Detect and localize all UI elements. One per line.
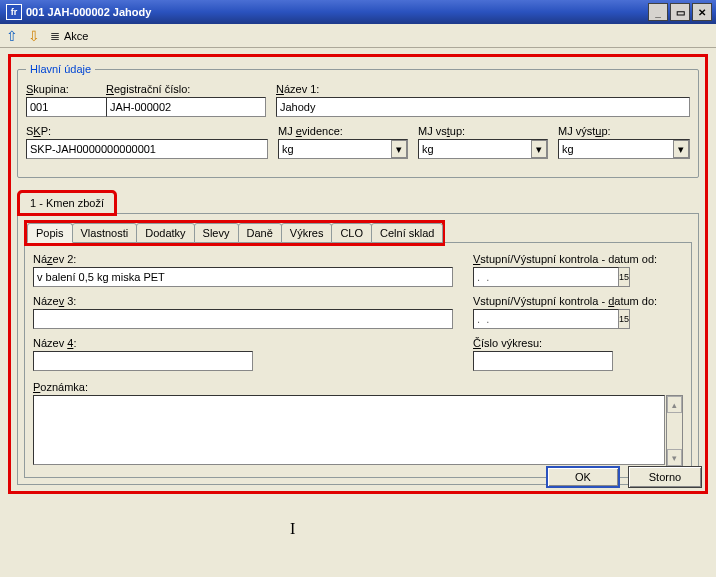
group-title: Hlavní údaje: [26, 63, 95, 75]
chevron-down-icon[interactable]: ▾: [673, 140, 689, 158]
subtab-content-popis: Název 2: Název 3: Název 4:: [24, 242, 692, 478]
chevron-down-icon[interactable]: ▾: [531, 140, 547, 158]
label-nazev1: Název 1:: [276, 83, 690, 95]
select-mj-evidence-value: kg: [282, 143, 294, 155]
select-mj-vystup[interactable]: kg ▾: [558, 139, 690, 159]
subtab-dane[interactable]: Daně: [238, 223, 282, 243]
subtabs: Popis Vlastnosti Dodatky Slevy Daně Výkr…: [27, 223, 442, 243]
highlighted-main-area: Hlavní údaje Skupina: ⋯ Registrační čísl…: [8, 54, 708, 494]
calendar-icon[interactable]: 15: [619, 309, 630, 329]
akce-icon: ≣: [50, 29, 60, 43]
titlebar: fr 001 JAH-000002 Jahody _ ▭ ✕: [0, 0, 716, 24]
group-hlavni-udaje: Hlavní údaje Skupina: ⋯ Registrační čísl…: [17, 63, 699, 178]
akce-menu[interactable]: ≣ Akce: [50, 29, 88, 43]
label-skupina: Skupina:: [26, 83, 96, 95]
input-nazev3[interactable]: [33, 309, 453, 329]
input-nazev4[interactable]: [33, 351, 253, 371]
nav-down-icon[interactable]: ⇩: [28, 28, 40, 44]
label-nazev2: Název 2:: [33, 253, 453, 265]
scrollbar-vertical[interactable]: ▴ ▾: [666, 395, 683, 467]
label-skp: SKP:: [26, 125, 268, 137]
subtab-dodatky[interactable]: Dodatky: [136, 223, 194, 243]
select-mj-vstup-value: kg: [422, 143, 434, 155]
storno-button[interactable]: Storno: [628, 466, 702, 488]
textarea-poznamka[interactable]: [33, 395, 665, 465]
scroll-down-icon[interactable]: ▾: [667, 449, 682, 466]
subtab-popis[interactable]: Popis: [27, 223, 73, 243]
label-kontrola-od: Vstupní/Výstupní kontrola - datum od:: [473, 253, 683, 265]
scroll-up-icon[interactable]: ▴: [667, 396, 682, 413]
text-cursor-icon: I: [290, 520, 295, 538]
chevron-down-icon[interactable]: ▾: [391, 140, 407, 158]
toolbar: ⇧ ⇩ ≣ Akce: [0, 24, 716, 48]
window-title: 001 JAH-000002 Jahody: [26, 6, 648, 18]
akce-label: Akce: [64, 30, 88, 42]
select-mj-vystup-value: kg: [562, 143, 574, 155]
label-nazev3: Název 3:: [33, 295, 453, 307]
input-kontrola-do[interactable]: [473, 309, 619, 329]
input-kontrola-od[interactable]: [473, 267, 619, 287]
select-mj-vstup[interactable]: kg ▾: [418, 139, 548, 159]
nav-up-icon[interactable]: ⇧: [6, 28, 18, 44]
ok-button[interactable]: OK: [546, 466, 620, 488]
input-regcislo[interactable]: [106, 97, 266, 117]
input-cislo-vykresu[interactable]: [473, 351, 613, 371]
minimize-button[interactable]: _: [648, 3, 668, 21]
label-mj-vystup: MJ výstup:: [558, 125, 690, 137]
calendar-icon[interactable]: 15: [619, 267, 630, 287]
label-cislo-vykresu: Číslo výkresu:: [473, 337, 683, 349]
tab-kmen-zbozi[interactable]: 1 - Kmen zboží: [19, 192, 115, 214]
highlighted-subtabs: Popis Vlastnosti Dodatky Slevy Daně Výkr…: [24, 220, 445, 246]
label-poznamka: Poznámka:: [33, 381, 683, 393]
input-skp[interactable]: [26, 139, 268, 159]
label-kontrola-do: Vstupní/Výstupní kontrola - datum do:: [473, 295, 683, 307]
label-nazev4: Název 4:: [33, 337, 453, 349]
close-button[interactable]: ✕: [692, 3, 712, 21]
subtab-celni-sklad[interactable]: Celní sklad: [371, 223, 443, 243]
label-mj-evidence: MJ evidence:: [278, 125, 408, 137]
input-nazev2[interactable]: [33, 267, 453, 287]
subtab-clo[interactable]: CLO: [331, 223, 372, 243]
subtab-slevy[interactable]: Slevy: [194, 223, 239, 243]
subtab-vykres[interactable]: Výkres: [281, 223, 333, 243]
section-body: Popis Vlastnosti Dodatky Slevy Daně Výkr…: [17, 213, 699, 485]
restore-button[interactable]: ▭: [670, 3, 690, 21]
tab-kmen-zbozi-label: 1 - Kmen zboží: [30, 197, 104, 209]
input-nazev1[interactable]: [276, 97, 690, 117]
label-mj-vstup: MJ vstup:: [418, 125, 548, 137]
label-regcislo: Registrační číslo:: [106, 83, 266, 95]
select-mj-evidence[interactable]: kg ▾: [278, 139, 408, 159]
app-icon: fr: [6, 4, 22, 20]
subtab-vlastnosti[interactable]: Vlastnosti: [72, 223, 138, 243]
